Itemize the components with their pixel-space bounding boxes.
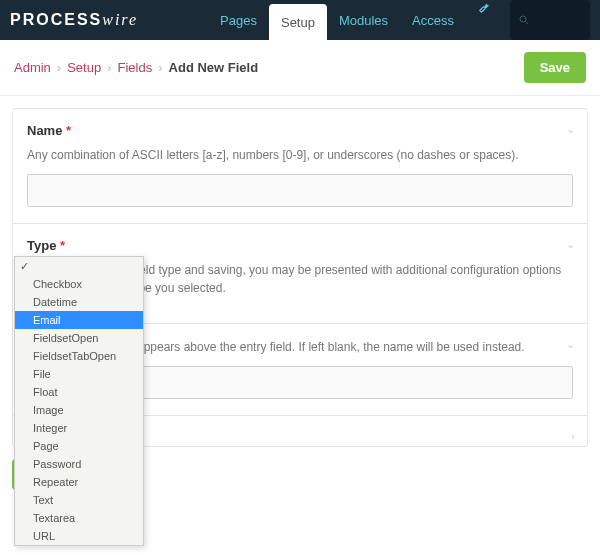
type-option[interactable]: Checkbox [15,275,143,293]
breadcrumb-fields[interactable]: Fields [118,60,153,75]
breadcrumb-admin[interactable]: Admin [14,60,51,75]
svg-line-1 [526,22,529,25]
type-option[interactable]: Password [15,455,143,473]
chevron-down-icon[interactable]: ⌄ [566,123,575,136]
type-option[interactable]: Page [15,437,143,455]
search-input[interactable] [510,0,590,40]
type-option[interactable]: Image [15,401,143,419]
type-option[interactable]: Datetime [15,293,143,311]
section-type-title: Type [27,238,56,253]
type-option-blank[interactable] [15,257,143,275]
chevron-right-icon: › [107,60,111,75]
page-title: Add New Field [169,60,259,75]
required-indicator: * [66,123,71,138]
breadcrumb-setup[interactable]: Setup [67,60,101,75]
type-option[interactable]: File [15,365,143,383]
type-option[interactable]: Repeater [15,473,143,491]
section-name-title: Name [27,123,62,138]
label-help-text: appears above the entry field. If left b… [137,338,573,356]
type-option[interactable]: Email [15,311,143,329]
logo: PROCESSwire [10,11,138,29]
name-input[interactable] [27,174,573,207]
save-button[interactable]: Save [524,52,586,83]
nav-pages[interactable]: Pages [208,0,269,40]
svg-point-0 [520,16,526,22]
chevron-right-icon: › [57,60,61,75]
chevron-down-icon[interactable]: ⌄ [566,338,575,351]
type-option[interactable]: Float [15,383,143,401]
required-indicator: * [60,238,65,253]
type-option[interactable]: Integer [15,419,143,437]
tools-icon[interactable] [466,0,504,40]
nav-setup[interactable]: Setup [269,4,327,40]
name-help-text: Any combination of ASCII letters [a-z], … [27,146,573,164]
type-option[interactable]: Text [15,491,143,504]
nav-modules[interactable]: Modules [327,0,400,40]
search-icon [518,14,530,26]
chevron-right-icon: › [158,60,162,75]
chevron-down-icon[interactable]: ⌄ [566,238,575,251]
type-option[interactable]: FieldsetOpen [15,329,143,347]
type-dropdown[interactable]: CheckboxDatetimeEmailFieldsetOpenFieldse… [14,256,144,504]
type-option[interactable]: FieldsetTabOpen [15,347,143,365]
nav-access[interactable]: Access [400,0,466,40]
chevron-right-icon[interactable]: › [571,430,575,442]
